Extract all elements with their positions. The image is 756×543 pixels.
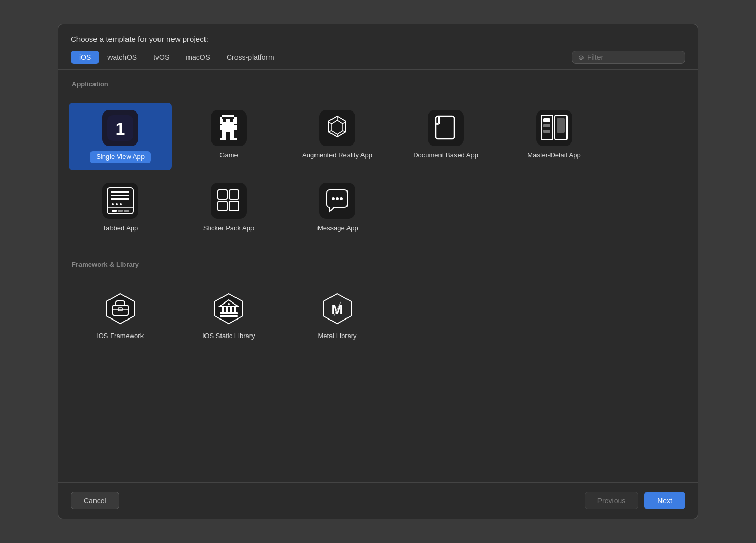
svg-rect-19 xyxy=(222,132,226,134)
metal-library-icon: M xyxy=(319,291,355,327)
template-tabbed-app[interactable]: Tabbed App xyxy=(69,175,172,240)
template-game[interactable]: Game xyxy=(177,103,280,170)
ios-static-library-label: iOS Static Library xyxy=(202,332,255,341)
template-master-detail[interactable]: Master-Detail App xyxy=(502,103,606,170)
svg-rect-47 xyxy=(112,210,117,212)
section-application: Application 1 Single View App xyxy=(64,75,692,250)
svg-rect-50 xyxy=(111,191,129,193)
footer-right: Previous Next xyxy=(585,492,685,509)
content-area: Application 1 Single View App xyxy=(58,70,698,482)
svg-point-63 xyxy=(336,197,339,200)
svg-rect-48 xyxy=(118,210,123,212)
svg-rect-9 xyxy=(232,115,234,117)
svg-rect-5 xyxy=(224,115,226,117)
application-grid: 1 Single View App xyxy=(64,92,692,250)
ar-icon xyxy=(319,110,355,146)
svg-point-62 xyxy=(332,197,335,200)
imessage-label: iMessage App xyxy=(316,224,358,233)
platform-tabs: iOS watchOS tvOS macOS Cross-platform xyxy=(71,51,572,64)
template-sticker-app[interactable]: Sticker Pack App xyxy=(177,175,280,240)
svg-rect-75 xyxy=(234,306,236,313)
svg-rect-23 xyxy=(220,138,226,140)
svg-rect-20 xyxy=(230,132,234,134)
svg-rect-4 xyxy=(222,115,224,117)
svg-marker-69 xyxy=(215,294,243,324)
tab-ios[interactable]: iOS xyxy=(71,51,99,64)
svg-rect-73 xyxy=(226,306,228,313)
single-view-icon: 1 xyxy=(102,110,138,146)
template-ios-static-library[interactable]: iOS Static Library xyxy=(177,283,280,348)
sticker-label: Sticker Pack App xyxy=(203,224,254,233)
svg-rect-12 xyxy=(220,119,223,122)
dialog-footer: Cancel Previous Next xyxy=(58,482,698,519)
svg-rect-14 xyxy=(233,119,237,122)
game-icon xyxy=(211,110,247,146)
svg-rect-41 xyxy=(543,124,550,127)
template-document-app[interactable]: Document Based App xyxy=(394,103,497,170)
svg-rect-17 xyxy=(220,125,222,130)
single-view-label: Single View App xyxy=(90,151,151,163)
filter-box: ⊜ xyxy=(572,51,685,64)
svg-rect-21 xyxy=(222,134,226,138)
svg-point-53 xyxy=(112,203,114,205)
svg-rect-24 xyxy=(230,138,237,140)
cancel-button[interactable]: Cancel xyxy=(71,492,119,509)
master-detail-label: Master-Detail App xyxy=(527,151,580,160)
tab-tvos[interactable]: tvOS xyxy=(145,51,178,64)
svg-marker-65 xyxy=(106,294,134,324)
metal-library-label: Metal Library xyxy=(318,332,356,341)
previous-button[interactable]: Previous xyxy=(585,492,638,509)
sticker-icon xyxy=(211,183,247,219)
svg-point-64 xyxy=(340,197,343,200)
svg-rect-25 xyxy=(319,110,355,146)
tabbed-label: Tabbed App xyxy=(103,224,138,233)
section-framework-title: Framework & Library xyxy=(64,255,692,273)
svg-text:1: 1 xyxy=(116,119,125,138)
svg-point-54 xyxy=(116,203,118,205)
template-metal-library[interactable]: M Metal Library xyxy=(286,283,389,348)
framework-grid: iOS Framework xyxy=(64,273,692,358)
next-button[interactable]: Next xyxy=(644,492,685,509)
svg-rect-22 xyxy=(230,134,234,138)
tab-crossplatform[interactable]: Cross-platform xyxy=(218,51,282,64)
game-label: Game xyxy=(219,151,238,160)
svg-rect-15 xyxy=(220,122,237,124)
svg-rect-18 xyxy=(234,125,237,130)
svg-point-55 xyxy=(120,203,122,205)
template-single-view-app[interactable]: 1 Single View App xyxy=(69,103,172,170)
svg-rect-40 xyxy=(543,118,550,122)
svg-rect-72 xyxy=(222,306,224,313)
tabbed-icon xyxy=(102,183,138,219)
svg-rect-13 xyxy=(226,119,230,122)
ios-static-library-icon xyxy=(211,291,247,327)
new-project-dialog: Choose a template for your new project: … xyxy=(58,24,698,519)
template-ar-app[interactable]: Augmented Reality App xyxy=(286,103,389,170)
section-application-title: Application xyxy=(64,75,692,92)
ar-label: Augmented Reality App xyxy=(302,151,372,160)
svg-rect-8 xyxy=(230,115,232,117)
svg-rect-71 xyxy=(220,315,238,317)
svg-rect-43 xyxy=(557,118,565,133)
ios-framework-label: iOS Framework xyxy=(97,332,144,341)
document-label: Document Based App xyxy=(413,151,478,160)
tab-bar: iOS watchOS tvOS macOS Cross-platform ⊜ xyxy=(58,51,698,70)
svg-rect-42 xyxy=(543,130,550,133)
svg-rect-34 xyxy=(428,110,464,146)
svg-rect-74 xyxy=(230,306,232,313)
filter-icon: ⊜ xyxy=(578,54,584,61)
tab-watchos[interactable]: watchOS xyxy=(99,51,145,64)
template-ios-framework[interactable]: iOS Framework xyxy=(69,283,172,348)
template-imessage-app[interactable]: iMessage App xyxy=(286,175,389,240)
svg-rect-11 xyxy=(234,117,237,119)
filter-input[interactable] xyxy=(587,53,679,61)
master-detail-icon xyxy=(536,110,572,146)
tab-macos[interactable]: macOS xyxy=(178,51,218,64)
dialog-title: Choose a template for your new project: xyxy=(71,35,208,43)
document-icon xyxy=(428,110,464,146)
dialog-header: Choose a template for your new project: xyxy=(58,24,698,51)
svg-rect-7 xyxy=(228,115,230,117)
svg-rect-6 xyxy=(226,115,228,117)
svg-rect-49 xyxy=(124,210,129,212)
imessage-icon xyxy=(319,183,355,219)
ios-framework-icon xyxy=(102,291,138,327)
